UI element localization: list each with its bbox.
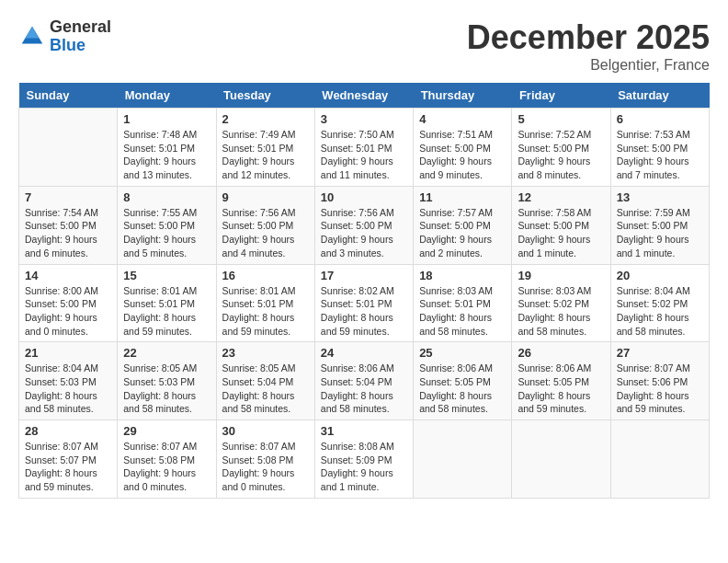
logo-blue: Blue bbox=[50, 36, 85, 54]
day-info: Sunrise: 8:06 AMSunset: 5:04 PMDaylight:… bbox=[321, 362, 407, 416]
calendar-week-row: 7Sunrise: 7:54 AMSunset: 5:00 PMDaylight… bbox=[19, 186, 710, 264]
page-header: General Blue December 2025 Belgentier, F… bbox=[18, 18, 710, 74]
calendar-week-row: 14Sunrise: 8:00 AMSunset: 5:00 PMDayligh… bbox=[19, 264, 710, 342]
calendar-cell: 23Sunrise: 8:05 AMSunset: 5:04 PMDayligh… bbox=[216, 342, 314, 420]
calendar-cell: 1Sunrise: 7:48 AMSunset: 5:01 PMDaylight… bbox=[118, 109, 216, 187]
calendar-cell: 19Sunrise: 8:03 AMSunset: 5:02 PMDayligh… bbox=[512, 264, 610, 342]
calendar-cell: 21Sunrise: 8:04 AMSunset: 5:03 PMDayligh… bbox=[19, 342, 118, 420]
day-info: Sunrise: 7:53 AMSunset: 5:00 PMDaylight:… bbox=[617, 128, 703, 182]
calendar-cell: 28Sunrise: 8:07 AMSunset: 5:07 PMDayligh… bbox=[19, 420, 118, 499]
weekday-header: Sunday bbox=[19, 83, 118, 109]
weekday-header: Friday bbox=[512, 83, 610, 109]
day-number: 27 bbox=[617, 346, 703, 360]
calendar-cell: 30Sunrise: 8:07 AMSunset: 5:08 PMDayligh… bbox=[216, 420, 314, 499]
logo: General Blue bbox=[18, 18, 111, 55]
day-number: 13 bbox=[617, 190, 703, 204]
calendar-cell: 3Sunrise: 7:50 AMSunset: 5:01 PMDaylight… bbox=[314, 109, 413, 187]
calendar-cell: 26Sunrise: 8:06 AMSunset: 5:05 PMDayligh… bbox=[512, 342, 610, 420]
day-number: 10 bbox=[321, 190, 407, 204]
calendar-cell: 10Sunrise: 7:56 AMSunset: 5:00 PMDayligh… bbox=[314, 186, 413, 264]
calendar-cell: 22Sunrise: 8:05 AMSunset: 5:03 PMDayligh… bbox=[118, 342, 216, 420]
calendar-cell: 29Sunrise: 8:07 AMSunset: 5:08 PMDayligh… bbox=[118, 420, 216, 499]
day-number: 4 bbox=[419, 112, 506, 126]
day-number: 3 bbox=[321, 112, 407, 126]
calendar-week-row: 21Sunrise: 8:04 AMSunset: 5:03 PMDayligh… bbox=[19, 342, 710, 420]
day-number: 2 bbox=[222, 112, 309, 126]
day-number: 31 bbox=[321, 424, 407, 438]
calendar-cell: 16Sunrise: 8:01 AMSunset: 5:01 PMDayligh… bbox=[216, 264, 314, 342]
logo-text: General Blue bbox=[50, 18, 111, 55]
day-number: 1 bbox=[123, 112, 210, 126]
day-number: 20 bbox=[617, 269, 703, 282]
day-info: Sunrise: 8:03 AMSunset: 5:02 PMDaylight:… bbox=[518, 284, 604, 339]
day-info: Sunrise: 7:56 AMSunset: 5:00 PMDaylight:… bbox=[321, 206, 407, 260]
calendar-cell: 13Sunrise: 7:59 AMSunset: 5:00 PMDayligh… bbox=[610, 186, 709, 264]
calendar-table: SundayMondayTuesdayWednesdayThursdayFrid… bbox=[18, 83, 710, 499]
svg-marker-1 bbox=[26, 27, 40, 39]
logo-general: General bbox=[50, 17, 111, 36]
day-info: Sunrise: 7:58 AMSunset: 5:00 PMDaylight:… bbox=[518, 206, 604, 260]
day-info: Sunrise: 8:05 AMSunset: 5:03 PMDaylight:… bbox=[123, 362, 210, 416]
calendar-cell bbox=[512, 420, 610, 499]
day-info: Sunrise: 8:07 AMSunset: 5:06 PMDaylight:… bbox=[617, 362, 703, 416]
weekday-header-row: SundayMondayTuesdayWednesdayThursdayFrid… bbox=[19, 83, 710, 109]
day-number: 7 bbox=[25, 190, 111, 204]
day-info: Sunrise: 7:48 AMSunset: 5:01 PMDaylight:… bbox=[123, 128, 210, 182]
day-info: Sunrise: 8:07 AMSunset: 5:08 PMDaylight:… bbox=[222, 440, 309, 494]
day-info: Sunrise: 7:49 AMSunset: 5:01 PMDaylight:… bbox=[222, 128, 309, 182]
calendar-cell: 8Sunrise: 7:55 AMSunset: 5:00 PMDaylight… bbox=[118, 186, 216, 264]
day-info: Sunrise: 8:07 AMSunset: 5:08 PMDaylight:… bbox=[123, 440, 210, 494]
day-number: 5 bbox=[518, 112, 604, 126]
calendar-cell: 2Sunrise: 7:49 AMSunset: 5:01 PMDaylight… bbox=[216, 109, 314, 187]
day-info: Sunrise: 7:55 AMSunset: 5:00 PMDaylight:… bbox=[123, 206, 210, 260]
day-info: Sunrise: 7:57 AMSunset: 5:00 PMDaylight:… bbox=[419, 206, 506, 260]
day-info: Sunrise: 8:02 AMSunset: 5:01 PMDaylight:… bbox=[321, 284, 407, 339]
calendar-cell: 5Sunrise: 7:52 AMSunset: 5:00 PMDaylight… bbox=[512, 109, 610, 187]
day-info: Sunrise: 8:04 AMSunset: 5:03 PMDaylight:… bbox=[25, 362, 111, 416]
day-number: 15 bbox=[123, 269, 210, 282]
day-number: 23 bbox=[222, 346, 309, 360]
title-block: December 2025 Belgentier, France bbox=[467, 18, 710, 74]
day-number: 28 bbox=[25, 424, 111, 438]
day-info: Sunrise: 8:00 AMSunset: 5:00 PMDaylight:… bbox=[25, 284, 111, 339]
weekday-header: Wednesday bbox=[314, 83, 413, 109]
day-number: 17 bbox=[321, 269, 407, 282]
day-number: 14 bbox=[25, 269, 111, 282]
day-number: 8 bbox=[123, 190, 210, 204]
day-number: 25 bbox=[419, 346, 506, 360]
day-number: 29 bbox=[123, 424, 210, 438]
calendar-cell bbox=[414, 420, 512, 499]
day-number: 18 bbox=[419, 269, 506, 282]
day-info: Sunrise: 8:01 AMSunset: 5:01 PMDaylight:… bbox=[222, 284, 309, 339]
calendar-cell bbox=[610, 420, 709, 499]
calendar-cell: 11Sunrise: 7:57 AMSunset: 5:00 PMDayligh… bbox=[414, 186, 512, 264]
day-number: 16 bbox=[222, 269, 309, 282]
day-number: 19 bbox=[518, 269, 604, 282]
calendar-cell: 9Sunrise: 7:56 AMSunset: 5:00 PMDaylight… bbox=[216, 186, 314, 264]
calendar-cell: 14Sunrise: 8:00 AMSunset: 5:00 PMDayligh… bbox=[19, 264, 118, 342]
day-number: 11 bbox=[419, 190, 506, 204]
weekday-header: Monday bbox=[118, 83, 216, 109]
day-info: Sunrise: 8:06 AMSunset: 5:05 PMDaylight:… bbox=[419, 362, 506, 416]
calendar-week-row: 1Sunrise: 7:48 AMSunset: 5:01 PMDaylight… bbox=[19, 109, 710, 187]
calendar-week-row: 28Sunrise: 8:07 AMSunset: 5:07 PMDayligh… bbox=[19, 420, 710, 499]
day-info: Sunrise: 7:54 AMSunset: 5:00 PMDaylight:… bbox=[25, 206, 111, 260]
calendar-cell: 17Sunrise: 8:02 AMSunset: 5:01 PMDayligh… bbox=[314, 264, 413, 342]
day-number: 6 bbox=[617, 112, 703, 126]
day-info: Sunrise: 8:08 AMSunset: 5:09 PMDaylight:… bbox=[321, 440, 407, 494]
day-info: Sunrise: 8:01 AMSunset: 5:01 PMDaylight:… bbox=[123, 284, 210, 339]
day-number: 30 bbox=[222, 424, 309, 438]
calendar-cell: 6Sunrise: 7:53 AMSunset: 5:00 PMDaylight… bbox=[610, 109, 709, 187]
day-info: Sunrise: 7:51 AMSunset: 5:00 PMDaylight:… bbox=[419, 128, 506, 182]
weekday-header: Saturday bbox=[610, 83, 709, 109]
calendar-cell bbox=[19, 109, 118, 187]
day-info: Sunrise: 8:04 AMSunset: 5:02 PMDaylight:… bbox=[617, 284, 703, 339]
calendar-cell: 12Sunrise: 7:58 AMSunset: 5:00 PMDayligh… bbox=[512, 186, 610, 264]
day-info: Sunrise: 8:06 AMSunset: 5:05 PMDaylight:… bbox=[518, 362, 604, 416]
day-number: 26 bbox=[518, 346, 604, 360]
location: Belgentier, France bbox=[467, 57, 710, 74]
weekday-header: Thursday bbox=[414, 83, 512, 109]
day-info: Sunrise: 8:07 AMSunset: 5:07 PMDaylight:… bbox=[25, 440, 111, 494]
calendar-cell: 25Sunrise: 8:06 AMSunset: 5:05 PMDayligh… bbox=[414, 342, 512, 420]
weekday-header: Tuesday bbox=[216, 83, 314, 109]
